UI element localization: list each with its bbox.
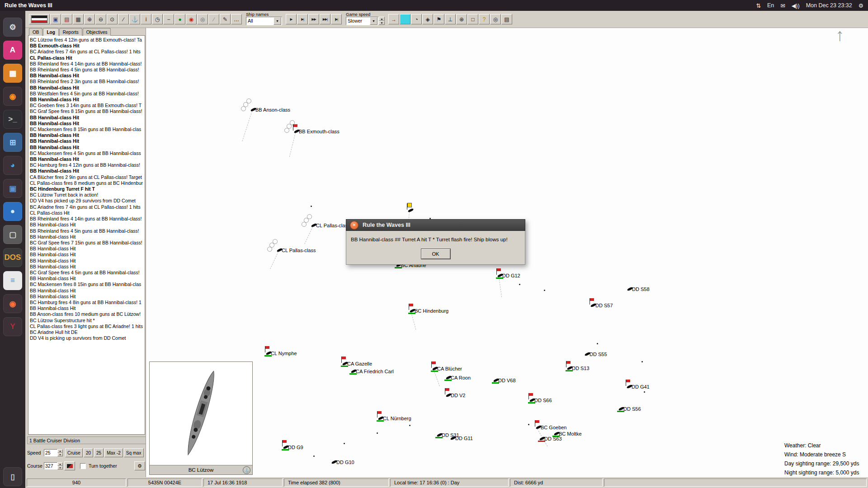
log-line[interactable]: BC Lützow fires 4 12in guns at BB Exmout… [30, 37, 143, 43]
spin-up-icon[interactable]: ▲ [57, 449, 63, 453]
log-line[interactable]: BB Hannibal-class Hit [30, 115, 143, 121]
tab-reports[interactable]: Reports [59, 28, 82, 36]
log-line[interactable]: BB Hannibal-class Hit [30, 222, 143, 228]
log-line[interactable]: BB Hannibal-class Hit [30, 305, 143, 311]
dropdown-arrow-icon[interactable]: ▼ [370, 17, 377, 25]
log-line[interactable]: DD V4 has picked up 29 survivors from DD… [30, 198, 143, 204]
dialog-titlebar[interactable]: ✕ Rule the Waves III [346, 219, 525, 231]
log-line[interactable]: CL Pallas-class Hit [30, 55, 143, 61]
course-line-button[interactable]: ∕ [208, 14, 219, 24]
log-line[interactable]: BC Ariadne fires 7 4in guns at CL Pallas… [30, 49, 143, 55]
firefox-alt-icon[interactable]: ◉ [3, 294, 22, 313]
software-center-icon[interactable]: A [3, 41, 22, 60]
tab-objectives[interactable]: Objectives [83, 28, 111, 36]
spin-up-icon[interactable]: ▲ [57, 462, 63, 466]
tab-log[interactable]: Log [43, 28, 58, 36]
speed-preset-button[interactable]: 20 [84, 448, 93, 457]
log-line[interactable]: BC Ariadne Hull hit DE [30, 329, 143, 335]
more-options-button[interactable]: … [231, 14, 242, 24]
settings-icon[interactable]: ⚙ [3, 18, 22, 37]
turn-timer-button[interactable]: ◔ [411, 14, 422, 24]
course-input[interactable] [44, 462, 57, 469]
log-line[interactable]: BC Graf Spee fires 7 15in guns at BB Han… [30, 240, 143, 246]
browser-icon[interactable]: ◕ [3, 156, 22, 175]
log-line[interactable]: BC Lützow Turret back in action! [30, 192, 143, 198]
speed-preset-button[interactable]: Max -2 [104, 448, 123, 457]
log-line[interactable]: BC Graf Spee fires 8 15in guns at BB Han… [30, 108, 143, 114]
log-line[interactable]: DD V4 is picking up survivors from DD Co… [30, 335, 143, 341]
log-line[interactable]: BC Mackensen fires 8 15in guns at BB Han… [30, 282, 143, 287]
remote-desktop-icon[interactable]: ⊞ [3, 133, 22, 152]
log-line[interactable]: BC Lützow Superstructure hit * [30, 318, 143, 324]
combat-log-panel[interactable]: BC Lützow fires 4 12in guns at BB Exmout… [28, 35, 145, 435]
turn-together-checkbox[interactable] [80, 463, 86, 469]
network-arrows-icon[interactable]: ⇅ [756, 2, 760, 9]
volume-indicator-icon[interactable]: ◀)) [792, 2, 800, 9]
log-line[interactable]: BB Anson-class fires 10 medium guns at B… [30, 311, 143, 317]
measure-button[interactable]: ∕ [118, 14, 129, 24]
log-line[interactable]: BB Hannibal-class Hit [30, 85, 143, 91]
help-button[interactable]: ? [479, 14, 490, 24]
keyboard-layout-indicator[interactable]: En [767, 2, 774, 9]
log-line[interactable]: BB Hannibal-class Hit [30, 246, 143, 252]
dialog-close-button[interactable]: ✕ [350, 221, 359, 230]
world-button[interactable]: ◎ [490, 14, 501, 24]
log-line[interactable]: BB Rheinland fires 2 3in guns at BB Hann… [30, 79, 143, 84]
log-line[interactable]: BB Hannibal-class Hit [30, 156, 143, 162]
zoom-in-button[interactable]: ⊕ [84, 14, 95, 24]
dosbox-icon[interactable]: DOS [3, 248, 22, 267]
files-app-icon[interactable]: ▦ [3, 64, 22, 83]
log-line[interactable]: BB Hannibal-class Hit [30, 145, 143, 150]
session-menu-icon[interactable]: ⚙ [859, 2, 863, 9]
log-line[interactable]: BC Mackensen fires 4 5in guns at BB Hann… [30, 150, 143, 156]
log-line[interactable]: BB Hannibal-class Hit [30, 121, 143, 127]
open-fire-button[interactable]: → [388, 14, 399, 24]
sea-state-button[interactable] [400, 14, 410, 24]
log-line[interactable]: BB Hannibal-class Hit [30, 168, 143, 174]
game-speed-select[interactable]: Slower ▼ [346, 17, 378, 25]
print-button[interactable]: ▤ [501, 14, 512, 24]
log-line[interactable]: BB Rheinland fires 4 5in guns at BB Hann… [30, 67, 143, 73]
log-line[interactable]: BB Exmouth-class Hit [30, 43, 143, 49]
wine-icon[interactable]: Y [3, 317, 22, 336]
spin-down-icon[interactable]: ▼ [57, 453, 63, 456]
spin-down-icon[interactable]: ▼ [57, 466, 63, 469]
speed-preset-button[interactable]: 25 [94, 448, 104, 457]
log-line[interactable]: BB Rheinland fires 4 5in guns at BB Hann… [30, 228, 143, 234]
anchor-toggle-button[interactable]: ⚓ [129, 14, 140, 24]
log-line[interactable]: BC Ariadne fires 7 4in guns at CL Pallas… [30, 204, 143, 210]
zoom-out-button[interactable]: ⊖ [95, 14, 106, 24]
trash-icon[interactable]: ▯ [3, 467, 22, 486]
log-line[interactable]: CA Blücher fires 2 9in guns at CL Pallas… [30, 174, 143, 180]
neutral-ships-button[interactable]: ◎ [197, 14, 208, 24]
log-line[interactable]: BB Hannibal-class Hit [30, 234, 143, 240]
fastest-button[interactable]: |▶| [331, 14, 342, 24]
signals-button[interactable]: ⚑ [434, 14, 444, 24]
time-toggle-button[interactable]: ◷ [152, 14, 163, 24]
firefox-icon[interactable]: ◉ [3, 87, 22, 106]
division-flag-button[interactable] [64, 461, 75, 470]
clock-indicator[interactable]: Mon Dec 23 23:32 [806, 2, 852, 9]
log-line[interactable]: BC Hamburg fires 4 8in guns at BB Hannib… [30, 300, 143, 305]
keyring-icon[interactable]: ● [3, 202, 22, 221]
log-line[interactable]: BB Hannibal-class Hit [30, 73, 143, 79]
log-line[interactable]: CL Pallas-class fires 8 medium guns at B… [30, 180, 143, 186]
screen-button[interactable]: □ [467, 14, 478, 24]
ship-profile-canvas[interactable] [150, 362, 252, 465]
log-line[interactable]: BB Hannibal-class Hit [30, 294, 143, 300]
spin-up-icon[interactable]: ▲ [379, 17, 385, 21]
log-line[interactable]: BC Hindenburg Turret F hit T [30, 186, 143, 192]
own-ships-button[interactable]: ● [175, 14, 185, 24]
enemy-ships-button[interactable]: ◉ [186, 14, 197, 24]
step-button[interactable]: ▶| [297, 14, 308, 24]
divisions-button[interactable]: ◈ [422, 14, 433, 24]
log-line[interactable]: BB Hannibal-class Hit [30, 258, 143, 264]
play-button[interactable]: ▶▶ [308, 14, 319, 24]
filter-button[interactable]: ▦ [73, 14, 84, 24]
ship-names-select[interactable]: All ▼ [246, 17, 282, 25]
log-line[interactable]: CL Pallas-class Hit [30, 210, 143, 216]
log-line[interactable]: BB Hannibal-class Hit [30, 264, 143, 270]
log-line[interactable]: BB Rheinland fires 4 14in guns at BB Han… [30, 216, 143, 222]
log-line[interactable]: BC Graf Spee fires 4 5in guns at BB Hann… [30, 270, 143, 276]
virtualbox-icon[interactable]: ▣ [3, 179, 22, 198]
